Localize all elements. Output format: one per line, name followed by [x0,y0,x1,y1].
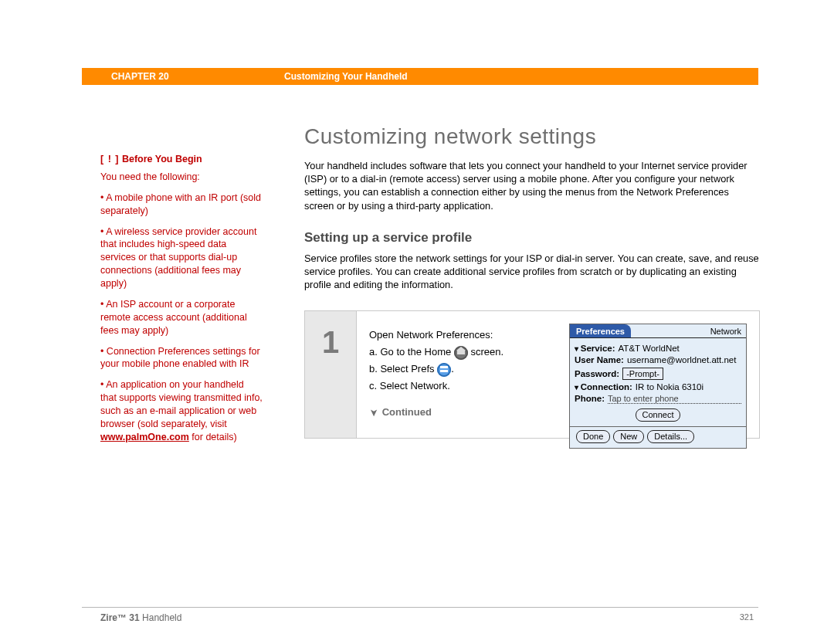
sidebar-item: • An application on your handheld that s… [100,378,263,443]
palm-password-value: -Prompt- [622,368,663,380]
palm-new-button: New [613,430,644,443]
section-paragraph: Service profiles store the network setti… [304,252,760,292]
before-you-begin-heading: [ ! ] Before You Begin [100,153,263,166]
section-heading: Setting up a service profile [304,229,760,247]
palm-connection-value: IR to Nokia 6310i [636,382,703,391]
step-body: Open Network Preferences: a. Go to the H… [356,311,759,438]
step-container: 1 Open Network Preferences: a. Go to the… [304,310,760,439]
palm-username-value: username@worldnet.att.net [627,355,736,365]
intro-paragraph: Your handheld includes software that let… [304,159,760,212]
palm-bottom-bar: Done New Details... [570,426,746,448]
continued-marker: ➤ Continued [369,404,562,421]
page-footer: Zire™ 31 Handheld 321 [82,607,758,623]
before-you-begin-title: Before You Begin [122,154,202,164]
palm-category: Network [710,327,741,336]
palm-connect-button: Connect [636,408,681,422]
page-title: Customizing network settings [304,122,760,151]
sidebar-item: • Connection Preferences settings for yo… [100,345,263,371]
palmone-link[interactable]: www.palmOne.com [100,432,189,442]
step-heading: Open Network Preferences: [369,327,562,344]
chapter-title: Customizing Your Handheld [284,71,408,82]
footer-page-number: 321 [740,612,754,623]
sidebar-item: • An ISP account or a corporate remote a… [100,298,263,337]
palm-phone-value: Tap to enter phone [608,394,741,404]
chapter-header: CHAPTER 20 Customizing Your Handheld [82,68,758,85]
palm-service-value: AT&T WorldNet [619,344,680,353]
chapter-number: CHAPTER 20 [111,71,169,82]
palm-details-button: Details... [647,430,694,443]
sidebar-item: • A mobile phone with an IR port (sold s… [100,192,263,218]
step-b: b. Select Prefs . [369,361,562,378]
home-icon [454,346,468,360]
palm-body: Service: AT&T WorldNet User Name: userna… [570,338,746,426]
sidebar-intro: You need the following: [100,171,263,184]
palm-service-label: Service: [575,344,615,353]
palm-titlebar: Preferences Network [570,324,746,338]
palm-password-label: Password: [575,369,619,378]
step-a: a. Go to the Home screen. [369,344,562,361]
palm-username-label: User Name: [575,355,624,364]
sidebar-item: • A wireless service provider account th… [100,225,263,290]
main-content: Customizing network settings Your handhe… [304,122,760,292]
palm-done-button: Done [576,430,610,443]
continued-arrow-icon: ➤ [364,408,381,417]
step-number: 1 [305,311,356,438]
palm-app-title: Preferences [570,324,631,337]
palm-screenshot: Preferences Network Service: AT&T WorldN… [569,324,747,449]
prefs-icon [437,363,451,377]
alert-marker: [ ! ] [100,154,119,164]
palm-phone-label: Phone: [575,394,605,403]
footer-product: Zire™ 31 Handheld [100,612,181,623]
step-c: c. Select Network. [369,378,562,395]
step-instructions: Open Network Preferences: a. Go to the H… [369,327,562,421]
palm-connection-label: Connection: [575,382,632,391]
before-you-begin-sidebar: [ ! ] Before You Begin You need the foll… [100,153,263,452]
